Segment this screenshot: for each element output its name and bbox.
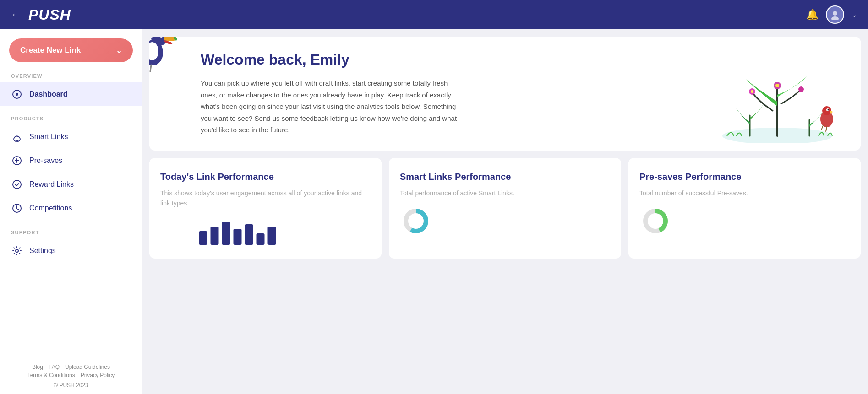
svg-rect-23 (199, 231, 207, 245)
user-menu-chevron-icon[interactable]: ⌄ (852, 11, 857, 18)
products-section-label: PRODUCTS (0, 116, 142, 125)
notification-bell-icon[interactable]: 🔔 (806, 9, 819, 21)
sidebar-dashboard-label: Dashboard (29, 90, 68, 98)
smart-links-icon (11, 131, 23, 143)
svg-point-0 (833, 11, 837, 16)
welcome-banner: Welcome back, Emily You can pick up wher… (149, 37, 861, 151)
svg-point-7 (16, 249, 18, 252)
pre-saves-chart-area (639, 207, 850, 235)
pre-saves-icon (11, 155, 23, 167)
today-link-performance-title: Today's Link Performance (160, 171, 371, 183)
svg-point-3 (16, 93, 18, 96)
smart-links-performance-title: Smart Links Performance (400, 171, 610, 183)
smart-links-performance-card: Smart Links Performance Total performanc… (389, 158, 621, 259)
sidebar-footer-links: Blog FAQ Upload Guidelines (9, 364, 133, 370)
svg-rect-25 (222, 222, 230, 245)
svg-point-15 (775, 84, 779, 87)
competitions-icon (11, 202, 23, 214)
main-layout: Create New Link ⌄ OVERVIEW Dashboard PRO… (0, 29, 868, 394)
back-button[interactable]: ← (11, 9, 21, 21)
create-new-link-button[interactable]: Create New Link ⌄ (9, 38, 133, 62)
svg-point-18 (798, 86, 804, 92)
create-button-chevron-icon: ⌄ (116, 46, 122, 55)
sidebar: Create New Link ⌄ OVERVIEW Dashboard PRO… (0, 29, 142, 394)
sidebar-smart-links-label: Smart Links (29, 133, 68, 141)
sidebar-competitions-label: Competitions (29, 204, 72, 212)
svg-rect-26 (234, 229, 242, 245)
sidebar-footer: Blog FAQ Upload Guidelines Terms & Condi… (0, 356, 142, 394)
support-section-label: SUPPORT (0, 230, 142, 239)
today-link-performance-card: Today's Link Performance This shows toda… (149, 158, 382, 259)
toucan-illustration (149, 37, 177, 75)
plant-illustration (709, 51, 846, 134)
footer-privacy-link[interactable]: Privacy Policy (81, 372, 115, 378)
svg-point-17 (751, 90, 753, 93)
footer-blog-link[interactable]: Blog (32, 364, 43, 370)
sidebar-settings-label: Settings (29, 247, 56, 255)
svg-point-5 (13, 180, 21, 189)
smart-links-performance-subtitle: Total performance of active Smart Links. (400, 188, 610, 198)
settings-icon (11, 245, 23, 257)
sidebar-reward-links-label: Reward Links (29, 180, 74, 189)
pre-saves-performance-card: Pre-saves Performance Total number of su… (628, 158, 861, 259)
topnav-right-section: 🔔 ⌄ (806, 5, 857, 24)
pre-saves-performance-subtitle: Total number of successful Pre-saves. (639, 188, 850, 198)
create-new-link-label: Create New Link (20, 46, 81, 55)
welcome-title: Welcome back, Emily (201, 51, 462, 68)
main-content: Welcome back, Emily You can pick up wher… (142, 29, 868, 394)
footer-upload-guidelines-link[interactable]: Upload Guidelines (65, 364, 110, 370)
app-logo: PUSH (28, 6, 806, 23)
smart-links-chart-area (400, 207, 610, 235)
svg-rect-24 (211, 227, 219, 245)
sidebar-pre-saves-label: Pre-saves (29, 157, 62, 165)
sidebar-item-dashboard[interactable]: Dashboard (0, 82, 142, 106)
sidebar-item-reward-links[interactable]: Reward Links (0, 173, 142, 196)
sidebar-footer-links-2: Terms & Conditions Privacy Policy (9, 372, 133, 378)
svg-rect-29 (268, 227, 276, 245)
sidebar-item-smart-links[interactable]: Smart Links (0, 125, 142, 149)
reward-links-icon (11, 178, 23, 190)
sidebar-item-pre-saves[interactable]: Pre-saves (0, 149, 142, 173)
welcome-body: You can pick up where you left off with … (201, 77, 462, 136)
pre-saves-performance-title: Pre-saves Performance (639, 171, 850, 183)
svg-rect-28 (257, 233, 265, 245)
welcome-content: Welcome back, Emily You can pick up wher… (164, 51, 462, 136)
sidebar-item-settings[interactable]: Settings (0, 239, 142, 263)
today-link-performance-subtitle: This shows today's user engagement acros… (160, 188, 371, 209)
today-link-chart-area (160, 217, 371, 245)
footer-faq-link[interactable]: FAQ (49, 364, 60, 370)
svg-point-22 (828, 109, 829, 111)
dashboard-icon (11, 88, 23, 100)
sidebar-divider-2 (9, 225, 133, 225)
footer-terms-link[interactable]: Terms & Conditions (27, 372, 75, 378)
svg-point-1 (831, 16, 839, 20)
copyright-text: © PUSH 2023 (9, 382, 133, 389)
overview-section-label: OVERVIEW (0, 73, 142, 82)
sidebar-divider-1 (9, 111, 133, 111)
svg-rect-27 (245, 224, 253, 245)
cards-section: Today's Link Performance This shows toda… (149, 158, 861, 266)
top-navigation: ← PUSH 🔔 ⌄ (0, 0, 868, 29)
user-avatar[interactable] (826, 5, 844, 24)
sidebar-item-competitions[interactable]: Competitions (0, 196, 142, 220)
